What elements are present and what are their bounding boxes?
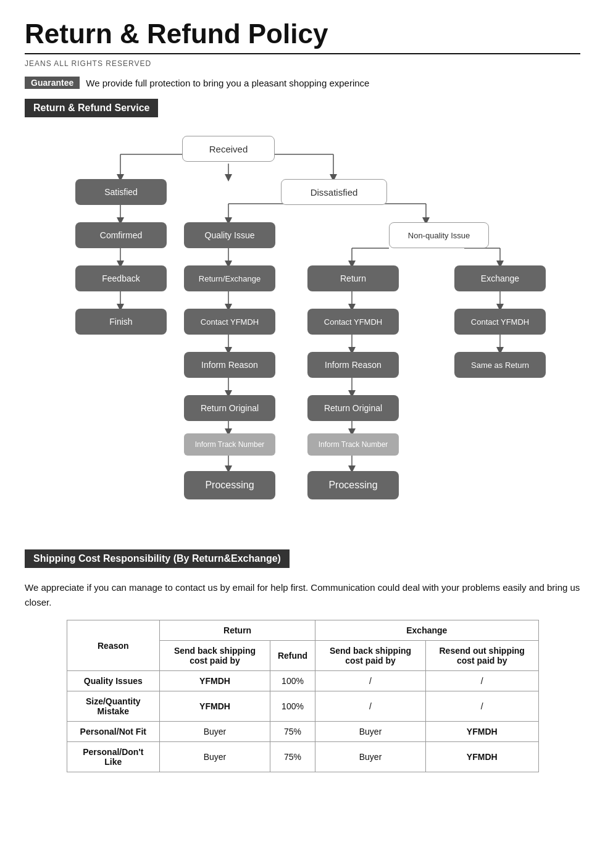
col-send-back: Send back shipping cost paid by xyxy=(160,641,270,671)
node-contact-yfmdh-r: Contact YFMDH xyxy=(307,309,399,335)
node-inform-track-q: Inform Track Number xyxy=(184,433,275,456)
node-contact-yfmdh-q: Contact YFMDH xyxy=(184,309,275,335)
service-header: Return & Refund Service xyxy=(25,99,158,117)
flowchart-area: Received Satisfied Dissatisfied Comfirme… xyxy=(25,130,580,525)
table-cell-2-0: Buyer xyxy=(160,722,270,742)
table-cell-0-2: / xyxy=(315,671,426,691)
node-inform-reason-r: Inform Reason xyxy=(307,352,399,378)
node-return-original-r: Return Original xyxy=(307,395,399,421)
node-feedback: Feedback xyxy=(75,265,167,291)
shipping-header: Shipping Cost Responsibility (By Return&… xyxy=(25,549,290,568)
table-cell-0-0: YFMDH xyxy=(160,671,270,691)
table-cell-3-2: Buyer xyxy=(315,742,426,772)
node-inform-track-r: Inform Track Number xyxy=(307,433,399,456)
node-contact-yfmdh-e: Contact YFMDH xyxy=(454,309,546,335)
node-processing-r: Processing xyxy=(307,471,399,499)
node-return: Return xyxy=(307,265,399,291)
page-title: Return & Refund Policy xyxy=(25,19,580,54)
col-reason-header: Reason xyxy=(67,620,160,671)
node-quality-issue: Quality Issue xyxy=(184,222,275,248)
node-non-quality-issue: Non-quality Issue xyxy=(389,222,489,248)
col-exchange-header: Exchange xyxy=(315,620,538,641)
guarantee-row: Guarantee We provide full protection to … xyxy=(25,77,580,89)
table-cell-2-3: YFMDH xyxy=(425,722,538,742)
table-intro: We appreciate if you can manage to conta… xyxy=(25,580,580,610)
table-section: Shipping Cost Responsibility (By Return&… xyxy=(25,549,580,772)
table-row-reason-0: Quality Issues xyxy=(67,671,160,691)
guarantee-text: We provide full protection to bring you … xyxy=(86,78,369,88)
table-cell-3-0: Buyer xyxy=(160,742,270,772)
node-finish: Finish xyxy=(75,309,167,335)
col-send-back-ex: Send back shipping cost paid by xyxy=(315,641,426,671)
node-return-original-q: Return Original xyxy=(184,395,275,421)
table-cell-0-1: 100% xyxy=(270,671,315,691)
node-satisfied: Satisfied xyxy=(75,179,167,205)
node-same-as-return: Same as Return xyxy=(454,352,546,378)
node-return-exchange: Return/Exchange xyxy=(184,265,275,291)
table-row-reason-3: Personal/Don't Like xyxy=(67,742,160,772)
col-return-header: Return xyxy=(160,620,315,641)
table-cell-3-1: 75% xyxy=(270,742,315,772)
table-cell-1-1: 100% xyxy=(270,691,315,722)
node-processing-q: Processing xyxy=(184,471,275,499)
table-cell-2-1: 75% xyxy=(270,722,315,742)
cost-table: Reason Return Exchange Send back shippin… xyxy=(67,620,539,772)
table-row-reason-1: Size/Quantity Mistake xyxy=(67,691,160,722)
table-cell-1-2: / xyxy=(315,691,426,722)
node-dissatisfied: Dissatisfied xyxy=(281,179,387,205)
node-exchange: Exchange xyxy=(454,265,546,291)
node-confirmed: Comfirmed xyxy=(75,222,167,248)
table-cell-1-0: YFMDH xyxy=(160,691,270,722)
table-cell-0-3: / xyxy=(425,671,538,691)
table-row-reason-2: Personal/Not Fit xyxy=(67,722,160,742)
col-refund: Refund xyxy=(270,641,315,671)
table-cell-2-2: Buyer xyxy=(315,722,426,742)
node-received: Received xyxy=(182,136,275,162)
subtitle: JEANS ALL RIGHTS RESERVED xyxy=(25,59,580,68)
table-cell-1-3: / xyxy=(425,691,538,722)
table-cell-3-3: YFMDH xyxy=(425,742,538,772)
node-inform-reason-q: Inform Reason xyxy=(184,352,275,378)
guarantee-badge: Guarantee xyxy=(25,77,80,89)
col-resend: Resend out shipping cost paid by xyxy=(425,641,538,671)
